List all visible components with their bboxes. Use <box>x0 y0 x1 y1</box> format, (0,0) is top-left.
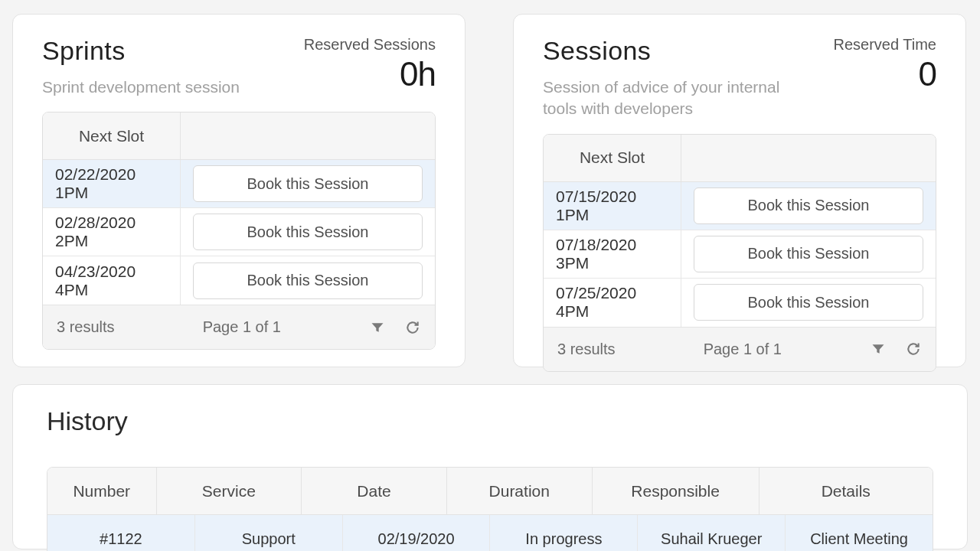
history-column-duration: Duration <box>447 468 593 514</box>
sessions-title: Sessions <box>543 36 788 66</box>
refresh-icon[interactable] <box>404 319 421 336</box>
history-cell-duration: In progress <box>490 515 638 551</box>
book-session-button[interactable]: Book this Session <box>694 284 923 321</box>
history-column-service: Service <box>157 468 302 514</box>
refresh-icon[interactable] <box>905 341 922 357</box>
slot-cell: 07/15/2020 1PM <box>544 182 681 230</box>
table-row: #1122 Support 02/19/2020 In progress Suh… <box>47 515 933 551</box>
filter-icon[interactable] <box>870 341 887 357</box>
table-row: 07/15/2020 1PM Book this Session <box>544 182 936 230</box>
sprints-reserved-value: 0h <box>400 55 436 93</box>
history-column-details: Details <box>760 468 933 514</box>
sessions-column-action <box>681 135 936 181</box>
sprints-reserved-label: Reserved Sessions <box>304 36 436 54</box>
book-session-button[interactable]: Book this Session <box>694 236 923 272</box>
sessions-reserved-label: Reserved Time <box>834 36 937 54</box>
sessions-column-next-slot: Next Slot <box>544 135 681 181</box>
book-session-button[interactable]: Book this Session <box>193 262 423 299</box>
slot-cell: 02/28/2020 2PM <box>43 208 181 256</box>
sessions-page-indicator: Page 1 of 1 <box>704 341 782 358</box>
slot-cell: 04/23/2020 4PM <box>43 256 181 305</box>
sprints-column-action <box>181 112 435 159</box>
table-row: 07/18/2020 3PM Book this Session <box>544 230 936 279</box>
sessions-card: Sessions Session of advice of your inter… <box>513 14 966 367</box>
sessions-table: Next Slot 07/15/2020 1PM Book this Sessi… <box>543 134 936 372</box>
sprints-table: Next Slot 02/22/2020 1PM Book this Sessi… <box>42 112 436 350</box>
book-session-button[interactable]: Book this Session <box>193 165 423 202</box>
slot-cell: 02/22/2020 1PM <box>43 160 181 207</box>
filter-icon[interactable] <box>369 319 386 336</box>
sessions-results-count: 3 results <box>557 341 616 358</box>
table-row: 07/25/2020 4PM Book this Session <box>544 279 936 327</box>
table-row: 02/28/2020 2PM Book this Session <box>43 208 435 256</box>
history-title: History <box>47 406 933 436</box>
history-column-number: Number <box>47 468 157 514</box>
history-cell-service: Support <box>195 515 343 551</box>
history-column-date: Date <box>302 468 447 514</box>
sprints-results-count: 3 results <box>57 318 115 336</box>
book-session-button[interactable]: Book this Session <box>694 187 923 224</box>
history-cell-details: Client Meeting <box>786 515 933 551</box>
sessions-reserved-value: 0 <box>919 55 936 93</box>
slot-cell: 07/25/2020 4PM <box>544 279 681 327</box>
table-row: 04/23/2020 4PM Book this Session <box>43 256 435 305</box>
history-cell-responsible: Suhail Krueger <box>638 515 786 551</box>
history-cell-number: #1122 <box>47 515 195 551</box>
book-session-button[interactable]: Book this Session <box>193 214 423 250</box>
sprints-column-next-slot: Next Slot <box>43 112 181 159</box>
sprints-title: Sprints <box>42 36 240 66</box>
sprints-card: Sprints Sprint development session Reser… <box>12 14 466 367</box>
sprints-subtitle: Sprint development session <box>42 77 240 98</box>
table-row: 02/22/2020 1PM Book this Session <box>43 160 435 208</box>
history-table: Number Service Date Duration Responsible… <box>47 467 933 551</box>
slot-cell: 07/18/2020 3PM <box>544 230 681 278</box>
history-column-responsible: Responsible <box>593 468 760 514</box>
history-card: History Number Service Date Duration Res… <box>12 384 968 549</box>
sessions-subtitle: Session of advice of your internal tools… <box>543 77 788 120</box>
sprints-page-indicator: Page 1 of 1 <box>203 318 281 336</box>
history-cell-date: 02/19/2020 <box>343 515 491 551</box>
